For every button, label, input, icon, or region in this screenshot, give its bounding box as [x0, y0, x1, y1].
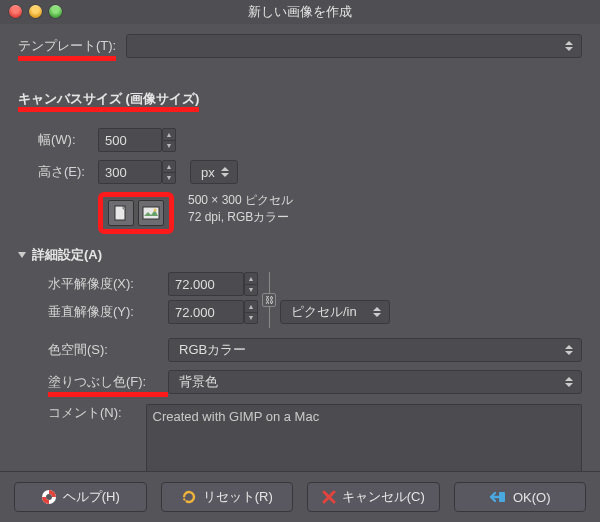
svg-point-2 — [154, 209, 157, 212]
template-label: テンプレート(T): — [18, 37, 116, 55]
fill-select[interactable]: 背景色 — [168, 370, 582, 394]
canvas-info-dpi-mode: 72 dpi, RGBカラー — [188, 209, 293, 226]
height-input[interactable] — [98, 160, 162, 184]
resolution-unit-value: ピクセル/in — [291, 303, 357, 321]
orientation-landscape-button[interactable] — [138, 200, 164, 226]
svg-point-4 — [46, 494, 52, 500]
resolution-link-toggle[interactable]: ⛓ — [264, 272, 274, 328]
width-input[interactable] — [98, 128, 162, 152]
cancel-button[interactable]: キャンセル(C) — [307, 482, 440, 512]
orientation-group-highlight — [98, 192, 174, 234]
unit-select[interactable]: px — [190, 160, 238, 184]
zoom-window-icon[interactable] — [49, 5, 62, 18]
yres-input[interactable] — [168, 300, 244, 324]
fill-value: 背景色 — [179, 373, 218, 391]
svg-rect-5 — [499, 492, 505, 502]
width-label: 幅(W): — [38, 131, 98, 149]
reset-icon — [181, 489, 197, 505]
width-stepper[interactable]: ▲▼ — [162, 128, 176, 152]
reset-button[interactable]: リセット(R) — [161, 482, 294, 512]
dropdown-caret-icon — [561, 35, 577, 57]
unit-value: px — [201, 165, 215, 180]
help-button-label: ヘルプ(H) — [63, 488, 120, 506]
comment-label: コメント(N): — [48, 404, 146, 422]
minimize-window-icon[interactable] — [29, 5, 42, 18]
help-button[interactable]: ヘルプ(H) — [14, 482, 147, 512]
advanced-heading[interactable]: 詳細設定(A) — [18, 246, 582, 264]
chain-link-icon: ⛓ — [262, 293, 276, 307]
dialog-footer: ヘルプ(H) リセット(R) キャンセル(C) OK(O) — [0, 471, 600, 522]
dropdown-caret-icon — [217, 161, 233, 183]
height-label: 高さ(E): — [38, 163, 98, 181]
cancel-button-label: キャンセル(C) — [342, 488, 425, 506]
dropdown-caret-icon — [561, 339, 577, 361]
stepper-down-icon: ▼ — [245, 284, 257, 296]
ok-icon — [489, 490, 507, 504]
xres-input[interactable] — [168, 272, 244, 296]
canvas-info-dimensions: 500 × 300 ピクセル — [188, 192, 293, 209]
comment-textarea[interactable] — [146, 404, 583, 472]
xres-label: 水平解像度(X): — [48, 275, 168, 293]
colorspace-select[interactable]: RGBカラー — [168, 338, 582, 362]
colorspace-label: 色空間(S): — [48, 341, 168, 359]
close-window-icon[interactable] — [9, 5, 22, 18]
stepper-up-icon: ▲ — [245, 301, 257, 312]
height-stepper[interactable]: ▲▼ — [162, 160, 176, 184]
cancel-icon — [322, 490, 336, 504]
disclosure-icon — [18, 252, 26, 258]
window-title: 新しい画像を作成 — [248, 4, 352, 19]
stepper-down-icon: ▼ — [163, 140, 175, 152]
yres-label: 垂直解像度(Y): — [48, 303, 168, 321]
stepper-down-icon: ▼ — [245, 312, 257, 324]
yres-stepper[interactable]: ▲▼ — [244, 300, 258, 324]
ok-button-label: OK(O) — [513, 490, 551, 505]
dropdown-caret-icon — [369, 301, 385, 323]
window-controls — [9, 5, 62, 18]
svg-rect-1 — [143, 207, 159, 219]
resolution-unit-select[interactable]: ピクセル/in — [280, 300, 390, 324]
stepper-up-icon: ▲ — [163, 129, 175, 140]
reset-button-label: リセット(R) — [203, 488, 273, 506]
template-select[interactable] — [126, 34, 582, 58]
xres-stepper[interactable]: ▲▼ — [244, 272, 258, 296]
ok-button[interactable]: OK(O) — [454, 482, 587, 512]
orientation-portrait-button[interactable] — [108, 200, 134, 226]
stepper-up-icon: ▲ — [163, 161, 175, 172]
dropdown-caret-icon — [561, 371, 577, 393]
stepper-up-icon: ▲ — [245, 273, 257, 284]
titlebar: 新しい画像を作成 — [0, 0, 600, 24]
colorspace-value: RGBカラー — [179, 341, 246, 359]
lifebuoy-icon — [41, 489, 57, 505]
stepper-down-icon: ▼ — [163, 172, 175, 184]
advanced-heading-label: 詳細設定(A) — [32, 246, 102, 264]
fill-label: 塗りつぶし色(F): — [48, 373, 168, 391]
canvas-size-heading: キャンバスサイズ (画像サイズ) — [18, 91, 199, 106]
